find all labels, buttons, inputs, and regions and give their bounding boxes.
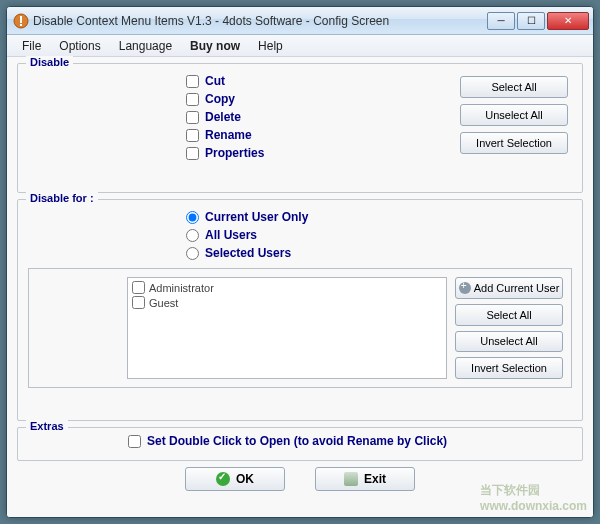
invert-selection-button[interactable]: Invert Selection	[460, 132, 568, 154]
user-guest-label: Guest	[149, 297, 178, 309]
minimize-button[interactable]: ─	[487, 12, 515, 30]
group-disable-for-legend: Disable for :	[26, 192, 98, 204]
check-delete-label: Delete	[205, 110, 241, 124]
radio-selected-users-input[interactable]	[186, 247, 199, 260]
maximize-button[interactable]: ☐	[517, 12, 545, 30]
disable-for-radiolist: Current User Only All Users Selected Use…	[186, 210, 572, 260]
user-buttons-column: Add Current User Select All Unselect All…	[455, 277, 563, 379]
check-copy-box[interactable]	[186, 93, 199, 106]
menu-file[interactable]: File	[13, 37, 50, 55]
disable-buttons-column: Select All Unselect All Invert Selection	[460, 76, 568, 154]
check-delete-box[interactable]	[186, 111, 199, 124]
add-current-user-label: Add Current User	[474, 282, 560, 294]
user-admin-check[interactable]	[132, 281, 145, 294]
user-selection-panel: Administrator Guest Add Current User Sel…	[28, 268, 572, 388]
select-all-button[interactable]: Select All	[460, 76, 568, 98]
group-disable-for: Disable for : Current User Only All User…	[17, 199, 583, 421]
menu-language[interactable]: Language	[110, 37, 181, 55]
add-current-user-button[interactable]: Add Current User	[455, 277, 563, 299]
check-copy-label: Copy	[205, 92, 235, 106]
radio-current-user[interactable]: Current User Only	[186, 210, 572, 224]
window: Disable Context Menu Items V1.3 - 4dots …	[6, 6, 594, 518]
user-select-all-button[interactable]: Select All	[455, 304, 563, 326]
titlebar[interactable]: Disable Context Menu Items V1.3 - 4dots …	[7, 7, 593, 35]
ok-button[interactable]: OK	[185, 467, 285, 491]
radio-current-user-input[interactable]	[186, 211, 199, 224]
ok-label: OK	[236, 472, 254, 486]
exit-icon	[344, 472, 358, 486]
unselect-all-button[interactable]: Unselect All	[460, 104, 568, 126]
group-disable-legend: Disable	[26, 56, 73, 68]
check-properties-box[interactable]	[186, 147, 199, 160]
check-cut-label: Cut	[205, 74, 225, 88]
menu-options[interactable]: Options	[50, 37, 109, 55]
user-admin-label: Administrator	[149, 282, 214, 294]
list-item[interactable]: Guest	[130, 295, 444, 310]
radio-all-users[interactable]: All Users	[186, 228, 572, 242]
svg-rect-1	[20, 16, 22, 23]
app-icon	[13, 13, 29, 29]
check-double-click-box[interactable]	[128, 435, 141, 448]
group-disable: Disable Cut Copy Delete Rename Propertie…	[17, 63, 583, 193]
check-double-click-label: Set Double Click to Open (to avoid Renam…	[147, 434, 447, 448]
check-properties-label: Properties	[205, 146, 264, 160]
client-area: Disable Cut Copy Delete Rename Propertie…	[7, 57, 593, 517]
user-unselect-all-button[interactable]: Unselect All	[455, 331, 563, 353]
footer-buttons: OK Exit	[17, 467, 583, 491]
radio-all-users-label: All Users	[205, 228, 257, 242]
group-extras: Extras Set Double Click to Open (to avoi…	[17, 427, 583, 461]
exit-button[interactable]: Exit	[315, 467, 415, 491]
ok-icon	[216, 472, 230, 486]
radio-current-user-label: Current User Only	[205, 210, 308, 224]
user-guest-check[interactable]	[132, 296, 145, 309]
close-button[interactable]: ✕	[547, 12, 589, 30]
check-cut-box[interactable]	[186, 75, 199, 88]
radio-selected-users-label: Selected Users	[205, 246, 291, 260]
watermark-site: www.downxia.com	[480, 499, 587, 513]
window-buttons: ─ ☐ ✕	[485, 12, 589, 30]
radio-selected-users[interactable]: Selected Users	[186, 246, 572, 260]
plus-icon	[459, 282, 471, 294]
group-extras-legend: Extras	[26, 420, 68, 432]
check-rename-box[interactable]	[186, 129, 199, 142]
svg-rect-2	[20, 24, 22, 26]
user-invert-selection-button[interactable]: Invert Selection	[455, 357, 563, 379]
menu-buynow[interactable]: Buy now	[181, 37, 249, 55]
list-item[interactable]: Administrator	[130, 280, 444, 295]
exit-label: Exit	[364, 472, 386, 486]
window-title: Disable Context Menu Items V1.3 - 4dots …	[33, 14, 485, 28]
radio-all-users-input[interactable]	[186, 229, 199, 242]
menubar: File Options Language Buy now Help	[7, 35, 593, 57]
user-list[interactable]: Administrator Guest	[127, 277, 447, 379]
menu-help[interactable]: Help	[249, 37, 292, 55]
check-double-click[interactable]: Set Double Click to Open (to avoid Renam…	[128, 434, 572, 448]
check-rename-label: Rename	[205, 128, 252, 142]
